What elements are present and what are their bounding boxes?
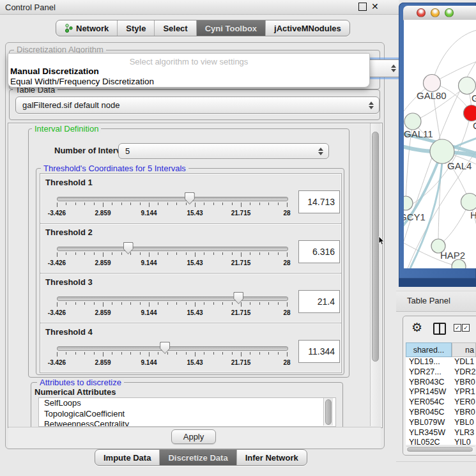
slider-thumb[interactable] — [160, 342, 170, 354]
threshold-value-field[interactable]: 21.4 — [298, 290, 340, 313]
apply-button[interactable]: Apply — [171, 429, 216, 444]
tab-style[interactable]: Style — [118, 20, 155, 36]
gear-icon[interactable]: ⚙ — [411, 320, 422, 335]
close-icon[interactable]: ✕ — [371, 1, 379, 12]
slider-tick — [112, 252, 112, 255]
bottom-tab-discretize-data[interactable]: Discretize Data — [160, 450, 236, 465]
table-cell: YER0 — [452, 397, 476, 408]
tab-network[interactable]: Network — [56, 20, 118, 36]
slider-tick — [278, 252, 279, 255]
threshold-value-field[interactable]: 14.713 — [298, 190, 340, 213]
attribute-list-item[interactable]: TopologicalCoefficient — [39, 409, 335, 420]
screen: Control Panel ✕ NetworkStyleSelectCyni T… — [0, 0, 476, 476]
table-data-combo[interactable]: galFiltered.sif default node — [15, 96, 380, 114]
table-row[interactable]: YDL19...YDL1 — [406, 357, 476, 367]
network-node-gal11[interactable] — [404, 113, 421, 130]
network-canvas[interactable]: GAL80GACGAL11GAL4GCY1HHAP2 — [404, 20, 476, 268]
slider-tick — [241, 302, 242, 307]
slider-tick-label: 9.144 — [141, 309, 157, 316]
network-node-label: C — [473, 120, 476, 131]
attribute-list-item[interactable]: BetweennessCentrality — [39, 419, 335, 427]
slider-thumb-face — [124, 243, 133, 254]
table-cell: YIL0 — [452, 438, 476, 445]
node-table[interactable]: shared...naYDL19...YDL1YDR27...YDR2YBR04… — [406, 342, 476, 445]
checkbox-icon[interactable]: ✓ — [454, 324, 461, 332]
table-row[interactable]: YBL079WYBL0 — [406, 418, 476, 428]
bottom-tab-infer-network[interactable]: Infer Network — [237, 450, 307, 465]
slider-track[interactable] — [57, 247, 288, 251]
slider-tick — [195, 252, 196, 257]
table-row[interactable]: YER054CYER0 — [406, 397, 476, 408]
table-hscrollbar-thumb[interactable] — [407, 447, 473, 452]
slider-tick — [130, 203, 131, 205]
table-row[interactable]: YDR27...YDR2 — [406, 367, 476, 378]
table-row[interactable]: YIL052CYIL0 — [406, 438, 476, 445]
network-node-gal80[interactable] — [424, 75, 441, 92]
close-traffic-light-icon[interactable] — [417, 8, 426, 17]
threshold-value-field[interactable]: 6.316 — [298, 240, 340, 263]
slider-tick — [94, 352, 95, 355]
table-cell: YBR043C — [406, 378, 452, 388]
float-window-icon[interactable] — [358, 3, 367, 11]
slider-tick-label: 2.859 — [95, 210, 111, 217]
table-row[interactable]: YBR045CYBR0 — [406, 408, 476, 418]
table-cell: YBL0 — [452, 418, 476, 428]
attributes-scrollbar[interactable] — [323, 398, 333, 426]
table-row[interactable]: YBR043CYBR0 — [406, 378, 476, 388]
slider-thumb[interactable] — [123, 242, 134, 254]
split-columns-icon[interactable] — [433, 323, 446, 335]
slider-tick-label: 9.144 — [141, 259, 157, 266]
checkbox-icon[interactable]: ✓ — [462, 324, 470, 332]
slider-track[interactable] — [57, 296, 288, 301]
dropdown-option-manual[interactable]: Manual Discretization — [10, 66, 99, 76]
slider-tick — [176, 203, 177, 205]
slider-tick — [121, 203, 122, 205]
attribute-list-item[interactable]: SelfLoops — [39, 398, 335, 409]
table-hscrollbar[interactable] — [406, 446, 475, 452]
slider-tick-label: 28 — [283, 210, 290, 217]
table-row[interactable]: YLR345WYLR3 — [406, 428, 476, 438]
tab-cyni-toolbox[interactable]: Cyni Toolbox — [197, 20, 266, 36]
number-of-intervals-combo[interactable]: 5 — [118, 143, 329, 159]
slider-track[interactable] — [57, 346, 288, 351]
slider-tick — [241, 203, 242, 207]
slider-tick — [167, 252, 168, 255]
slider-tick-label: 21.715 — [231, 259, 251, 266]
slider-tick — [176, 252, 177, 255]
slider-tick — [232, 203, 233, 205]
network-node-h[interactable] — [461, 194, 476, 211]
settings-scrollbar-thumb[interactable] — [372, 132, 379, 362]
network-node-gcy1[interactable] — [404, 196, 413, 210]
slider-thumb[interactable] — [233, 292, 243, 304]
slider-tick-label: 2.859 — [95, 309, 111, 316]
slider-track[interactable] — [57, 197, 288, 201]
slider-tick — [66, 252, 66, 255]
table-cell: YDR2 — [452, 367, 476, 378]
settings-scrollbar[interactable] — [370, 123, 380, 426]
minimize-traffic-light-icon[interactable] — [431, 8, 440, 17]
slider-tick-label: 15.43 — [187, 259, 203, 266]
network-node-ga[interactable] — [459, 77, 476, 95]
table-cell: YDL1 — [452, 357, 476, 367]
table-panel-title: Table Panel — [407, 296, 450, 305]
table-header-2[interactable]: na — [452, 342, 476, 357]
dropdown-option-equal-width[interactable]: Equal Width/Frequency Discretization — [10, 77, 154, 86]
bottom-tab-impute-data[interactable]: Impute Data — [95, 450, 160, 465]
slider-tick — [287, 203, 288, 207]
threshold-value-field[interactable]: 11.344 — [298, 340, 340, 363]
network-window-titlebar[interactable] — [403, 6, 476, 20]
table-header-1[interactable]: shared... — [406, 342, 452, 357]
numerical-attributes-list[interactable]: SelfLoopsTopologicalCoefficientBetweenne… — [38, 397, 336, 427]
tab-select[interactable]: Select — [155, 20, 196, 36]
zoom-traffic-light-icon[interactable] — [445, 8, 454, 17]
thresholds-group-title: Threshold's Coordinates for 5 Intervals — [41, 164, 188, 173]
tab-jactivemnodules[interactable]: jActiveMNodules — [266, 20, 349, 36]
tab-label: Impute Data — [104, 453, 151, 463]
network-node[interactable] — [452, 259, 466, 268]
attributes-scrollbar-thumb[interactable] — [325, 399, 332, 425]
network-node-c[interactable] — [464, 105, 476, 121]
network-edge[interactable] — [432, 30, 476, 83]
slider-tick-label: 21.715 — [231, 210, 251, 217]
threshold-panel-2: Threshold 2-3.4262.8599.14415.4321.71528… — [40, 223, 342, 273]
table-row[interactable]: YPR145WYPR1 — [406, 387, 476, 397]
